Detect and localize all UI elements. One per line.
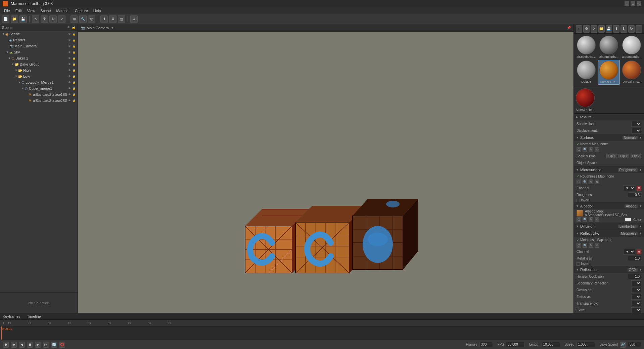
roughness-channel-r[interactable]: R [637,186,641,191]
speed-input[interactable] [577,342,595,347]
metalness-invert-checkbox[interactable] [577,262,580,266]
metalness-channel-r[interactable]: R [637,249,641,254]
roughness-edit-btn[interactable]: ✎ [589,180,593,184]
albedo-color-swatch[interactable] [625,218,631,222]
close-button[interactable]: ✕ [637,1,641,6]
menu-edit[interactable]: Edit [13,8,25,13]
eye-icon-ai2[interactable]: 👁 [67,99,72,103]
lock-icon-low[interactable]: 🔒 [72,74,76,78]
open-button[interactable]: 📁 [11,15,18,23]
normal-clear-btn[interactable]: ✕ [595,147,599,152]
albedo-section-header[interactable]: ▼ Albedo: Albedo ▼ [574,203,644,209]
lock-icon-sky[interactable]: 🔒 [72,50,76,54]
rotate-button[interactable]: ↻ [49,15,57,23]
secondary-reflection-dropdown[interactable] [631,280,641,286]
emissive-dropdown[interactable] [631,294,641,300]
select-button[interactable]: ↖ [32,15,39,23]
maximize-button[interactable]: □ [631,1,635,6]
horizon-occlusion-value[interactable]: 1.0 [628,274,641,279]
settings-button[interactable]: ⚙ [130,15,138,23]
material-single-thumb[interactable]: Unreal 4 Te... [575,88,595,112]
move-button[interactable]: ✛ [41,15,48,23]
surface-section-header[interactable]: ▼ Surface: Normals ▼ [574,134,644,141]
rp-add-button[interactable]: + [576,25,582,33]
scene-eye-icon[interactable]: 👁 [67,26,71,29]
texture-section-header[interactable]: ▶ Texture [574,114,644,120]
albedo-edit-btn[interactable]: ✎ [589,217,593,222]
snap-button[interactable]: 🔧 [79,15,87,23]
save-button[interactable]: 💾 [19,15,27,23]
tree-item-sky[interactable]: ▼ ☁ Sky 👁🔒 [0,49,78,55]
play-back-button[interactable]: ◀ [19,342,25,348]
lock-icon-cube[interactable]: 🔒 [72,86,76,90]
lock-icon[interactable]: 🔒 [72,32,76,36]
record-button[interactable]: ⏺ [3,342,9,348]
length-input[interactable] [542,342,560,347]
import-button[interactable]: ⬆ [100,15,108,23]
tree-item-main-camera[interactable]: 📷 Main Camera 👁🔒 [0,43,78,49]
extra-dropdown[interactable] [631,307,641,313]
roughness-invert-checkbox[interactable] [577,199,580,202]
diffusion-section-header[interactable]: ▼ Diffusion: Lambertian ▼ [574,223,644,230]
flip-y-btn[interactable]: Flip Y [618,154,629,158]
step-forward-button[interactable]: ⏭ [43,342,49,348]
link-button[interactable]: 🔗 [620,342,626,348]
eye-icon-high[interactable]: 👁 [67,68,72,72]
window-controls[interactable]: ─ □ ✕ [625,1,641,6]
rp-folder-button[interactable]: 📁 [598,25,605,33]
lock-icon-bakegroup[interactable]: 🔒 [72,62,76,66]
menu-capture[interactable]: Capture [72,8,91,13]
occlusion-dropdown[interactable] [631,287,641,293]
scale-button[interactable]: ⤢ [58,15,65,23]
material-thumb-5[interactable]: Unreal 4 Te... [598,60,620,85]
material-thumb-4[interactable]: Default [575,60,597,85]
reflectivity-section-header[interactable]: ▼ Reflectivity: Metalness ▼ [574,230,644,237]
scene-header-icons[interactable]: 👁 🔒 [67,26,76,29]
microsurface-section-header[interactable]: ▼ Microsurface: Roughness ▼ [574,166,644,173]
tree-item-bake-group[interactable]: ▼ 📁 Bake Group 👁🔒 [0,61,78,67]
material-thumb-2[interactable]: aiStandardS... [598,35,620,59]
frames-input[interactable] [479,342,493,347]
roughness-channel-select[interactable]: ▼ [623,185,635,191]
material-thumb-3[interactable]: aiStandardS... [620,35,643,59]
viewport-scene[interactable] [78,32,573,313]
new-button[interactable]: 📄 [2,15,9,23]
tree-item-high[interactable]: ▼ 📂 High 👁🔒 [0,67,78,73]
rp-import-button[interactable]: ⬆ [613,25,619,33]
displacement-dropdown[interactable] [631,128,641,133]
bake-end-input[interactable] [628,342,641,347]
rp-dots-button[interactable]: … [636,25,642,33]
eye-icon-camera[interactable]: 👁 [67,44,72,48]
lock-icon-camera[interactable]: 🔒 [72,44,76,48]
rp-refresh-button[interactable]: ↻ [628,25,635,33]
eye-icon-low[interactable]: 👁 [67,74,72,78]
grid-button[interactable]: ⊞ [71,15,78,23]
tree-item-render[interactable]: ◈ Render 👁🔒 [0,37,78,43]
menu-file[interactable]: File [1,8,13,13]
roughness-load-btn[interactable]: ⬡ [577,180,581,184]
material-thumb-6[interactable]: Unreal 4 Te... [620,60,643,85]
lock-icon-high[interactable]: 🔒 [72,68,76,72]
flip-x-btn[interactable]: Flip X [606,154,617,158]
metalness-channel-select[interactable]: ▼ [623,249,635,255]
loop-button[interactable]: 🔄 [51,342,57,348]
metalness-value[interactable]: 1.0 [628,256,641,261]
eye-icon[interactable]: 👁 [67,32,72,36]
normal-edit-btn[interactable]: ✎ [589,147,593,152]
flip-z-btn[interactable]: Flip Z [631,154,641,158]
lock-icon-ai2[interactable]: 🔒 [72,99,76,103]
eye-icon-render[interactable]: 👁 [67,38,72,42]
rp-export-button[interactable]: ⬇ [620,25,627,33]
delete-button[interactable]: 🗑 [118,15,125,23]
tree-item-ai-surface2sg[interactable]: M aiStandardSurface2SG 👁🔒 [0,98,78,104]
normal-search-btn[interactable]: 🔍 [583,147,587,152]
rp-delete-button[interactable]: ✕ [591,25,597,33]
eye-icon-ai1[interactable]: 👁 [67,92,72,96]
eye-icon-sky[interactable]: 👁 [67,50,72,54]
lock-icon-render[interactable]: 🔒 [72,38,76,42]
reflection-section-header[interactable]: ▼ Reflection: GGX ▼ [574,266,644,273]
tree-item-low[interactable]: ▼ 📂 Low 👁🔒 [0,73,78,79]
viewport[interactable]: 📷 Main Camera ▼ 📌 [78,24,573,313]
fps-input[interactable] [506,342,524,347]
record2-button[interactable]: ⭕ [59,342,65,348]
